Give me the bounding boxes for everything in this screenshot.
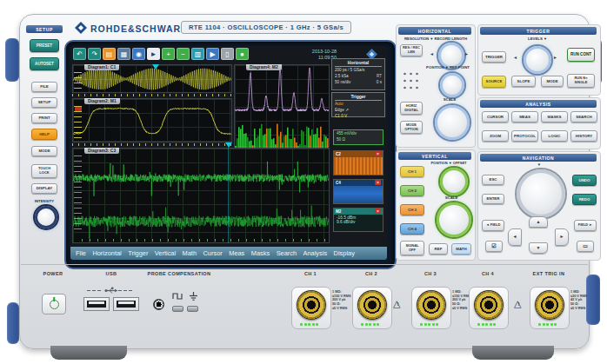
horizontal-scale-knob[interactable] (435, 105, 470, 140)
thumbnail-m2[interactable]: M2 × -16.5 dBm 9.6 dB/div (333, 208, 384, 232)
trigger-source-button[interactable]: SOURCE (482, 76, 506, 88)
window-button[interactable]: ▭ (577, 241, 594, 252)
probe-comp-contact-2[interactable] (187, 306, 198, 312)
navigation-knob[interactable] (517, 169, 565, 218)
menu-horizontal[interactable]: Horizontal (92, 249, 121, 257)
masks-button[interactable]: MASKS (541, 111, 568, 122)
menu-vertical[interactable]: Vertical (155, 249, 176, 257)
field-right-button[interactable]: FIELD ► (574, 220, 597, 231)
meas-button[interactable]: MEAS (511, 111, 538, 122)
power-button[interactable] (42, 294, 66, 314)
record-icon[interactable]: ● (236, 48, 249, 60)
intensity-knob[interactable] (35, 206, 57, 228)
display-settings-icon[interactable]: ▦ (117, 48, 130, 60)
save-icon[interactable]: ▤ (103, 48, 116, 60)
run-cont-button[interactable]: RUN CONT (567, 48, 595, 62)
preset-button[interactable]: PRESET (30, 39, 59, 52)
field-left-button[interactable]: ◄ FIELD (482, 220, 504, 231)
esc-button[interactable]: ESC (482, 175, 504, 185)
trigger-level-knob[interactable] (524, 46, 551, 74)
ch3-button[interactable]: CH 3 (400, 204, 424, 215)
screenshot-icon[interactable]: ◉ (132, 48, 145, 60)
logic-button[interactable]: LOGIC (541, 130, 568, 142)
diagram3-tab[interactable]: Diagram3: C3 (84, 148, 119, 154)
setup-button[interactable]: SETUP (31, 97, 57, 108)
spectrum-window[interactable] (234, 64, 330, 147)
right-arrow-button[interactable]: ► (555, 228, 569, 246)
zoom-in-icon[interactable]: + (162, 48, 175, 60)
zoom-out-icon[interactable]: − (177, 48, 190, 60)
print-button[interactable]: PRINT (31, 113, 57, 123)
ch4-button[interactable]: CH 4 (400, 223, 424, 235)
diagram3-window[interactable] (72, 148, 330, 243)
probe-comp-contact-1[interactable] (172, 306, 183, 312)
down-arrow-button[interactable]: ▼ (529, 242, 548, 254)
redo-icon[interactable]: ↷ (88, 48, 101, 60)
autoset-button[interactable]: AUTOSET (30, 57, 59, 70)
res-rec-len-button[interactable]: RES / REC LEN (400, 44, 423, 56)
vertical-position-knob[interactable] (440, 168, 468, 195)
ref-button[interactable]: REF (429, 243, 448, 255)
m2-readout-line2: 9.6 dB/div (337, 220, 355, 224)
slope-button[interactable]: SLOPE (511, 76, 536, 87)
horiz-digital-button[interactable]: HORIZ DIGITAL (400, 102, 423, 115)
menu-analysis[interactable]: Analysis (304, 249, 328, 257)
enter-button[interactable]: ENTER (482, 194, 504, 204)
probe-comp-jack[interactable] (153, 299, 164, 310)
menu-cursor[interactable]: Cursor (203, 249, 223, 257)
left-arrow-button[interactable]: ◄ (508, 228, 522, 246)
trigger-mode-button[interactable]: MODE (541, 76, 564, 87)
search-button[interactable]: SEARCH (570, 111, 597, 122)
touch-lock-button[interactable]: TOUCH LOCK (31, 164, 57, 178)
history-button[interactable]: HISTORY (570, 130, 597, 142)
redo-button[interactable]: REDO (572, 194, 597, 205)
thumbnail-c2-close-icon[interactable]: × (375, 151, 381, 156)
trigger-position-marker[interactable] (152, 64, 159, 69)
undo-button[interactable]: UNDO (572, 175, 597, 186)
pointer-icon[interactable]: ► (147, 48, 160, 60)
thumbnail-m2-close-icon[interactable]: × (375, 208, 381, 214)
checkbox-button[interactable]: ☑ (485, 241, 503, 252)
menu-file[interactable]: File (76, 249, 86, 257)
ch1-button[interactable]: CH 1 (400, 166, 424, 177)
menu-masks[interactable]: Masks (251, 249, 270, 257)
beeper-grille (402, 70, 421, 93)
menu-display[interactable]: Display (334, 249, 355, 257)
delete-icon[interactable]: ▯ (221, 48, 234, 60)
usb-port-2[interactable] (113, 297, 139, 311)
thumbnail-c4-close-icon[interactable]: × (375, 180, 381, 185)
menu-search[interactable]: Search (277, 249, 297, 257)
thumbnail-c2[interactable]: C2 × (333, 150, 384, 175)
spectrum-tab[interactable]: Diagram4: M2 (246, 64, 282, 70)
help-button[interactable]: HELP (31, 129, 57, 140)
diagram2-tab[interactable]: Diagram2: M1 (84, 98, 120, 104)
protocol-button[interactable]: PROTOCOL (511, 130, 538, 142)
math-button[interactable]: MATH (451, 243, 471, 255)
h-position-label: POSITION (426, 65, 444, 69)
diagram1-tab[interactable]: Diagram1: C1 (84, 64, 119, 70)
up-arrow-button[interactable]: ▲ (529, 216, 548, 228)
trigger-position-marker-2[interactable] (225, 142, 232, 148)
vertical-scale-knob[interactable] (437, 202, 471, 237)
channel-readout-box: 455 mV/div 50 Ω (333, 129, 384, 145)
diagram2-window[interactable] (72, 98, 232, 142)
position-ref-knob[interactable] (440, 73, 464, 97)
run-nx-single-button[interactable]: RUN N× SINGLE (567, 74, 595, 88)
mode-option-button[interactable]: MODE OPTION (400, 121, 423, 134)
file-button[interactable]: FILE (31, 82, 57, 92)
layout-icon[interactable]: ▥ (191, 48, 204, 60)
ch2-button[interactable]: CH 2 (400, 185, 424, 196)
menu-trigger[interactable]: Trigger (128, 249, 148, 257)
signal-off-button[interactable]: SIGNAL OFF (400, 241, 424, 255)
zoom-button[interactable]: ZOOM (482, 130, 509, 142)
undo-icon[interactable]: ↶ (73, 48, 86, 60)
display-button[interactable]: DISPLAY (31, 183, 57, 194)
trigger-setup-button[interactable]: TRIGGER (482, 51, 506, 63)
mode-button[interactable]: MODE (31, 146, 57, 156)
cursor-button[interactable]: CURSOR (482, 111, 509, 122)
menu-math[interactable]: Math (183, 249, 197, 257)
usb-port-1[interactable] (83, 297, 110, 311)
menu-meas[interactable]: Meas (229, 249, 244, 257)
thumbnail-c4[interactable]: C4 × (333, 179, 384, 204)
play-icon[interactable]: ▶ (206, 48, 219, 60)
